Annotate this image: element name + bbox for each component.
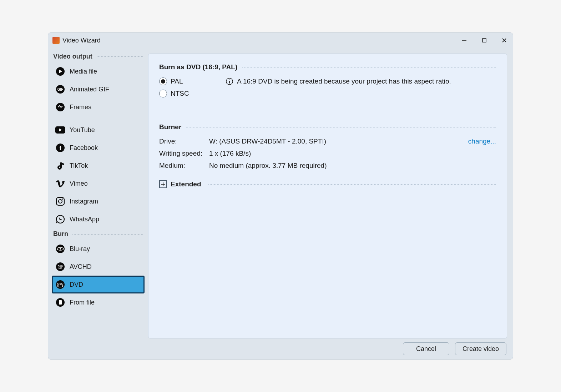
facebook-icon: f — [55, 143, 65, 153]
instagram-icon — [55, 196, 65, 206]
sidebar-item-label: Frames — [70, 104, 91, 111]
sidebar-item-label: TikTok — [70, 162, 88, 170]
sidebar-item-label: YouTube — [70, 126, 95, 134]
file-disc-icon — [55, 297, 65, 307]
sidebar-section-header: Video output — [52, 51, 145, 62]
expand-extended-button[interactable] — [159, 180, 167, 188]
extended-section: Extended — [159, 180, 496, 188]
radio-ntsc[interactable]: NTSC — [159, 90, 220, 97]
tiktok-icon — [55, 161, 65, 171]
sidebar-item-vimeo[interactable]: Vimeo — [52, 175, 145, 192]
burner-label: Drive: — [159, 137, 209, 145]
burner-row: Medium:No medium (approx. 3.77 MB requir… — [159, 162, 496, 170]
svg-point-31 — [229, 80, 230, 80]
sidebar-item-label: Blu-ray — [70, 245, 90, 253]
titlebar: Video Wizard — [48, 33, 513, 48]
burner-label: Medium: — [159, 162, 209, 170]
sidebar-item-label: Facebook — [70, 144, 98, 152]
sidebar-item-tiktok[interactable]: TikTok — [52, 157, 145, 175]
svg-rect-27 — [59, 300, 62, 305]
section-title: Burn — [53, 230, 68, 238]
close-icon — [502, 38, 507, 43]
radio-label: PAL — [171, 77, 183, 85]
main-panel: Burn as DVD (16:9, PAL) PALNTSC A 16:9 D… — [148, 54, 507, 338]
window-controls — [459, 35, 510, 46]
sidebar-item-facebook[interactable]: fFacebook — [52, 139, 145, 157]
sidebar-item-whatsapp[interactable]: WhatsApp — [52, 210, 145, 228]
sidebar-item-dvd[interactable]: DVDDVD — [52, 276, 145, 293]
sidebar-item-label: AVCHD — [70, 263, 92, 271]
svg-text:AVC: AVC — [58, 265, 63, 267]
content-area: Video outputMedia fileGIFAnimated GIFFra… — [48, 48, 513, 338]
youtube-icon — [55, 125, 65, 135]
sidebar: Video outputMedia fileGIFAnimated GIFFra… — [48, 48, 148, 338]
burner-value: No medium (approx. 3.77 MB required) — [209, 162, 327, 170]
sidebar-item-instagram[interactable]: Instagram — [52, 192, 145, 210]
sidebar-item-bluray[interactable]: Blu-ray — [52, 240, 145, 258]
dvd-icon: DVD — [55, 280, 65, 290]
svg-rect-28 — [59, 301, 61, 301]
group-burner: Burner — [159, 123, 496, 131]
sidebar-item-label: From file — [70, 299, 95, 306]
sidebar-item-label: Vimeo — [70, 180, 88, 187]
sidebar-item-frames[interactable]: Frames — [52, 98, 145, 116]
burner-label: Writing speed: — [159, 150, 209, 157]
sidebar-item-youtube[interactable]: YouTube — [52, 121, 145, 139]
footer: Cancel Create video — [48, 338, 513, 359]
minimize-button[interactable] — [459, 35, 470, 46]
sidebar-item-label: Animated GIF — [70, 86, 109, 93]
svg-text:HD: HD — [59, 267, 62, 270]
play-circle-icon — [55, 66, 65, 76]
aspect-info: A 16:9 DVD is being created because your… — [226, 77, 451, 85]
cancel-button[interactable]: Cancel — [403, 342, 449, 355]
info-text: A 16:9 DVD is being created because your… — [237, 77, 451, 85]
sidebar-section-header: Burn — [52, 228, 145, 240]
window-title: Video Wizard — [62, 37, 101, 44]
burner-value: 1 x (176 kB/s) — [209, 150, 251, 157]
svg-rect-29 — [59, 302, 61, 302]
whatsapp-icon — [55, 214, 65, 224]
main-area: Burn as DVD (16:9, PAL) PALNTSC A 16:9 D… — [148, 48, 513, 338]
gif-icon: GIF — [55, 84, 65, 94]
change-drive-link[interactable]: change... — [468, 137, 496, 145]
svg-rect-1 — [482, 39, 486, 42]
radio-icon — [159, 90, 167, 97]
sidebar-item-label: WhatsApp — [70, 216, 99, 223]
sidebar-item-animated-gif[interactable]: GIFAnimated GIF — [52, 80, 145, 98]
app-icon — [52, 37, 60, 44]
sidebar-item-avchd[interactable]: AVCHDAVCHD — [52, 258, 145, 276]
group-title: Burner — [159, 123, 181, 131]
extended-label: Extended — [171, 180, 201, 188]
burner-value: W: (ASUS DRW-24D5MT - 2.00, SPTI) — [209, 137, 326, 145]
radio-pal[interactable]: PAL — [159, 77, 220, 85]
maximize-icon — [482, 38, 486, 42]
svg-point-19 — [60, 248, 61, 250]
sidebar-item-from-file[interactable]: From file — [52, 293, 145, 311]
info-icon — [226, 77, 233, 85]
svg-text:GIF: GIF — [57, 87, 64, 91]
minimize-icon — [462, 38, 467, 43]
maximize-button[interactable] — [479, 35, 490, 46]
plus-icon — [161, 182, 165, 186]
video-wizard-window: Video Wizard Video outputMedia fileGIFAn… — [48, 32, 513, 360]
svg-point-14 — [59, 200, 62, 203]
radio-options: PALNTSC — [159, 77, 220, 97]
svg-text:f: f — [59, 145, 61, 151]
sidebar-item-label: Media file — [70, 68, 97, 75]
radio-label: NTSC — [171, 90, 189, 97]
close-button[interactable] — [499, 35, 510, 46]
avchd-icon: AVCHD — [55, 262, 65, 272]
group-burn-as-dvd: Burn as DVD (16:9, PAL) — [159, 63, 496, 71]
burner-row: Writing speed:1 x (176 kB/s) — [159, 150, 496, 157]
format-radio-row: PALNTSC A 16:9 DVD is being created beca… — [159, 77, 496, 97]
sidebar-item-label: DVD — [70, 281, 83, 288]
group-title: Burn as DVD (16:9, PAL) — [159, 63, 237, 71]
burner-row: Drive:W: (ASUS DRW-24D5MT - 2.00, SPTI)c… — [159, 137, 496, 145]
sidebar-item-label: Instagram — [70, 198, 98, 205]
sidebar-item-media-file[interactable]: Media file — [52, 62, 145, 80]
svg-rect-13 — [56, 197, 64, 205]
vimeo-icon — [55, 179, 65, 189]
create-video-button[interactable]: Create video — [455, 342, 506, 355]
svg-rect-32 — [229, 81, 230, 83]
frames-icon — [55, 102, 65, 112]
